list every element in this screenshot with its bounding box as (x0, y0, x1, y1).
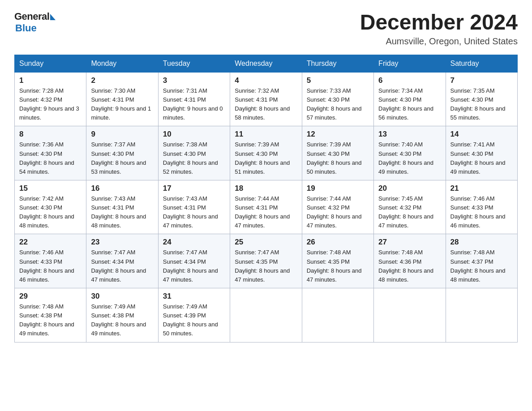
day-number: 1 (19, 76, 82, 85)
day-cell: 31 Sunrise: 7:49 AMSunset: 4:39 PMDaylig… (158, 288, 230, 342)
day-info: Sunrise: 7:45 AMSunset: 4:32 PMDaylight:… (378, 195, 433, 229)
day-cell: 18 Sunrise: 7:44 AMSunset: 4:31 PMDaylig… (230, 180, 302, 234)
title-block: December 2024 Aumsville, Oregon, United … (360, 11, 518, 47)
day-info: Sunrise: 7:48 AMSunset: 4:38 PMDaylight:… (19, 303, 74, 337)
day-info: Sunrise: 7:32 AMSunset: 4:31 PMDaylight:… (235, 87, 290, 121)
week-row-3: 15 Sunrise: 7:42 AMSunset: 4:30 PMDaylig… (15, 180, 518, 234)
day-cell: 2 Sunrise: 7:30 AMSunset: 4:31 PMDayligh… (86, 72, 158, 126)
day-info: Sunrise: 7:46 AMSunset: 4:33 PMDaylight:… (19, 249, 74, 283)
day-cell: 8 Sunrise: 7:36 AMSunset: 4:30 PMDayligh… (15, 126, 86, 180)
day-cell: 20 Sunrise: 7:45 AMSunset: 4:32 PMDaylig… (374, 180, 446, 234)
day-info: Sunrise: 7:49 AMSunset: 4:39 PMDaylight:… (163, 303, 218, 337)
day-info: Sunrise: 7:37 AMSunset: 4:30 PMDaylight:… (91, 141, 146, 175)
day-info: Sunrise: 7:44 AMSunset: 4:31 PMDaylight:… (235, 195, 290, 229)
day-info: Sunrise: 7:41 AMSunset: 4:30 PMDaylight:… (450, 141, 506, 175)
day-info: Sunrise: 7:48 AMSunset: 4:35 PMDaylight:… (307, 249, 362, 283)
day-info: Sunrise: 7:36 AMSunset: 4:30 PMDaylight:… (19, 141, 74, 175)
day-number: 10 (163, 130, 225, 139)
day-number: 11 (235, 130, 297, 139)
day-number: 19 (307, 184, 369, 193)
logo-general: General (14, 11, 49, 22)
day-cell: 25 Sunrise: 7:47 AMSunset: 4:35 PMDaylig… (230, 234, 302, 288)
day-cell: 14 Sunrise: 7:41 AMSunset: 4:30 PMDaylig… (446, 126, 517, 180)
day-cell: 19 Sunrise: 7:44 AMSunset: 4:32 PMDaylig… (302, 180, 373, 234)
day-cell: 28 Sunrise: 7:48 AMSunset: 4:37 PMDaylig… (446, 234, 517, 288)
calendar-table: SundayMondayTuesdayWednesdayThursdayFrid… (14, 55, 518, 342)
day-number: 29 (19, 292, 82, 301)
day-number: 15 (19, 184, 82, 193)
day-number: 7 (450, 76, 513, 85)
day-number: 20 (378, 184, 441, 193)
day-cell: 7 Sunrise: 7:35 AMSunset: 4:30 PMDayligh… (446, 72, 517, 126)
logo-blue: Blue (15, 22, 37, 34)
day-info: Sunrise: 7:39 AMSunset: 4:30 PMDaylight:… (235, 141, 290, 175)
day-number: 3 (163, 76, 225, 85)
day-number: 21 (450, 184, 513, 193)
day-number: 13 (378, 130, 441, 139)
day-info: Sunrise: 7:49 AMSunset: 4:38 PMDaylight:… (91, 303, 146, 337)
day-info: Sunrise: 7:39 AMSunset: 4:30 PMDaylight:… (307, 141, 362, 175)
day-number: 27 (378, 238, 441, 247)
day-number: 25 (235, 238, 297, 247)
day-cell: 13 Sunrise: 7:40 AMSunset: 4:30 PMDaylig… (374, 126, 446, 180)
day-info: Sunrise: 7:48 AMSunset: 4:36 PMDaylight:… (378, 249, 433, 283)
week-row-2: 8 Sunrise: 7:36 AMSunset: 4:30 PMDayligh… (15, 126, 518, 180)
day-cell: 26 Sunrise: 7:48 AMSunset: 4:35 PMDaylig… (302, 234, 373, 288)
day-number: 2 (91, 76, 153, 85)
header-wednesday: Wednesday (230, 55, 302, 72)
day-cell: 5 Sunrise: 7:33 AMSunset: 4:30 PMDayligh… (302, 72, 373, 126)
day-info: Sunrise: 7:28 AMSunset: 4:32 PMDaylight:… (19, 87, 79, 121)
header-tuesday: Tuesday (158, 55, 230, 72)
week-row-4: 22 Sunrise: 7:46 AMSunset: 4:33 PMDaylig… (15, 234, 518, 288)
day-cell (230, 288, 302, 342)
day-cell (446, 288, 517, 342)
day-info: Sunrise: 7:31 AMSunset: 4:31 PMDaylight:… (163, 87, 223, 121)
day-info: Sunrise: 7:40 AMSunset: 4:30 PMDaylight:… (378, 141, 433, 175)
day-cell: 24 Sunrise: 7:47 AMSunset: 4:34 PMDaylig… (158, 234, 230, 288)
week-row-1: 1 Sunrise: 7:28 AMSunset: 4:32 PMDayligh… (15, 72, 518, 126)
day-info: Sunrise: 7:47 AMSunset: 4:34 PMDaylight:… (91, 249, 146, 283)
day-number: 4 (235, 76, 297, 85)
day-number: 8 (19, 130, 82, 139)
day-info: Sunrise: 7:30 AMSunset: 4:31 PMDaylight:… (91, 87, 151, 121)
day-cell: 10 Sunrise: 7:38 AMSunset: 4:30 PMDaylig… (158, 126, 230, 180)
day-number: 5 (307, 76, 369, 85)
day-info: Sunrise: 7:46 AMSunset: 4:33 PMDaylight:… (450, 195, 506, 229)
day-number: 12 (307, 130, 369, 139)
header-friday: Friday (374, 55, 446, 72)
day-number: 28 (450, 238, 513, 247)
day-info: Sunrise: 7:47 AMSunset: 4:35 PMDaylight:… (235, 249, 290, 283)
day-cell: 11 Sunrise: 7:39 AMSunset: 4:30 PMDaylig… (230, 126, 302, 180)
logo-triangle-icon (50, 14, 56, 20)
day-number: 17 (163, 184, 225, 193)
logo: General Blue (14, 11, 56, 34)
day-cell: 1 Sunrise: 7:28 AMSunset: 4:32 PMDayligh… (15, 72, 86, 126)
location-title: Aumsville, Oregon, United States (360, 36, 518, 47)
page-header: General Blue December 2024 Aumsville, Or… (14, 11, 518, 47)
day-cell: 15 Sunrise: 7:42 AMSunset: 4:30 PMDaylig… (15, 180, 86, 234)
day-cell: 21 Sunrise: 7:46 AMSunset: 4:33 PMDaylig… (446, 180, 517, 234)
day-number: 24 (163, 238, 225, 247)
day-info: Sunrise: 7:34 AMSunset: 4:30 PMDaylight:… (378, 87, 433, 121)
day-number: 23 (91, 238, 153, 247)
day-cell: 9 Sunrise: 7:37 AMSunset: 4:30 PMDayligh… (86, 126, 158, 180)
day-info: Sunrise: 7:38 AMSunset: 4:30 PMDaylight:… (163, 141, 218, 175)
day-cell (374, 288, 446, 342)
day-number: 22 (19, 238, 82, 247)
day-info: Sunrise: 7:43 AMSunset: 4:31 PMDaylight:… (163, 195, 218, 229)
day-cell: 3 Sunrise: 7:31 AMSunset: 4:31 PMDayligh… (158, 72, 230, 126)
header-sunday: Sunday (15, 55, 86, 72)
day-info: Sunrise: 7:42 AMSunset: 4:30 PMDaylight:… (19, 195, 74, 229)
day-cell: 17 Sunrise: 7:43 AMSunset: 4:31 PMDaylig… (158, 180, 230, 234)
day-number: 14 (450, 130, 513, 139)
day-info: Sunrise: 7:43 AMSunset: 4:31 PMDaylight:… (91, 195, 146, 229)
day-number: 9 (91, 130, 153, 139)
header-row: SundayMondayTuesdayWednesdayThursdayFrid… (15, 55, 518, 72)
day-cell: 12 Sunrise: 7:39 AMSunset: 4:30 PMDaylig… (302, 126, 373, 180)
day-info: Sunrise: 7:48 AMSunset: 4:37 PMDaylight:… (450, 249, 506, 283)
day-cell: 6 Sunrise: 7:34 AMSunset: 4:30 PMDayligh… (374, 72, 446, 126)
day-info: Sunrise: 7:44 AMSunset: 4:32 PMDaylight:… (307, 195, 362, 229)
day-number: 26 (307, 238, 369, 247)
day-info: Sunrise: 7:35 AMSunset: 4:30 PMDaylight:… (450, 87, 506, 121)
day-cell (302, 288, 373, 342)
